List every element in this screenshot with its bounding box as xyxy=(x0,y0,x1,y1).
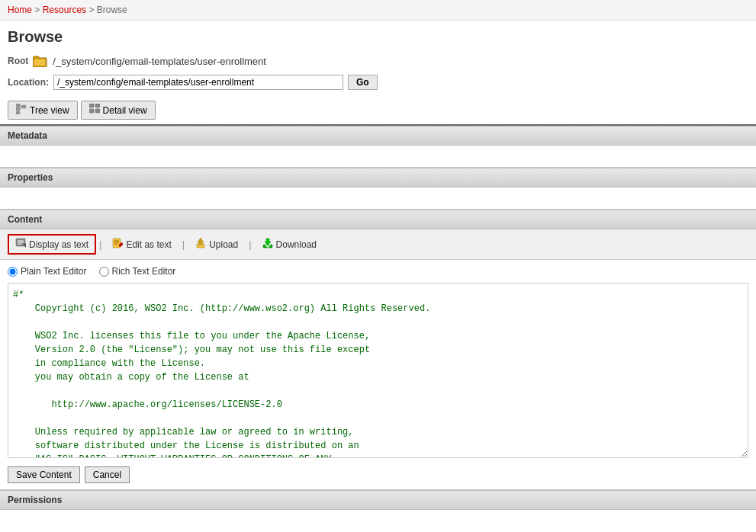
plain-text-radio-label[interactable]: Plain Text Editor xyxy=(8,266,87,277)
sep-3: | xyxy=(246,239,254,250)
folder-icon xyxy=(33,55,48,67)
svg-line-8 xyxy=(20,105,22,107)
properties-body xyxy=(0,187,756,209)
sep-1: | xyxy=(96,239,105,250)
download-icon xyxy=(262,238,273,251)
display-as-text-button[interactable]: Display as text xyxy=(8,234,96,255)
tree-view-label: Tree view xyxy=(30,105,69,116)
content-header: Content xyxy=(0,210,756,229)
upload-icon xyxy=(195,238,206,251)
root-path: /_system/config/email-templates/user-enr… xyxy=(53,56,266,67)
content-toolbar: Display as text | Edit as text | Upload … xyxy=(0,229,756,260)
root-label: Root xyxy=(8,56,28,66)
svg-rect-3 xyxy=(16,104,20,107)
location-input[interactable] xyxy=(53,75,343,90)
go-button[interactable]: Go xyxy=(348,75,378,90)
detail-view-label: Detail view xyxy=(103,105,147,116)
svg-line-7 xyxy=(20,107,22,109)
properties-header: Properties xyxy=(0,168,756,187)
breadcrumb-sep1: > xyxy=(34,5,42,15)
svg-marker-26 xyxy=(265,239,271,245)
rich-text-radio[interactable] xyxy=(99,267,109,277)
upload-label: Upload xyxy=(209,239,238,250)
plain-text-editor-label: Plain Text Editor xyxy=(21,266,87,277)
save-row: Save Content Cancel xyxy=(0,460,756,489)
svg-rect-5 xyxy=(16,111,20,114)
svg-rect-4 xyxy=(16,107,20,111)
permissions-header: Permissions xyxy=(0,490,756,510)
cancel-button[interactable]: Cancel xyxy=(85,466,130,483)
metadata-body xyxy=(0,146,756,167)
plain-text-radio[interactable] xyxy=(8,267,18,277)
svg-rect-2 xyxy=(34,59,46,66)
root-row: Root /_system/config/email-templates/use… xyxy=(0,52,756,72)
svg-rect-11 xyxy=(95,104,100,107)
detail-icon xyxy=(89,104,100,117)
svg-rect-6 xyxy=(22,105,26,108)
breadcrumb-home[interactable]: Home xyxy=(8,5,32,15)
edit-text-icon xyxy=(112,238,123,251)
sep-2: | xyxy=(179,239,188,250)
location-row: Location: Go xyxy=(0,72,756,96)
display-text-icon xyxy=(15,238,26,251)
metadata-header: Metadata xyxy=(0,126,756,146)
detail-view-tab[interactable]: Detail view xyxy=(81,101,156,120)
display-as-text-label: Display as text xyxy=(29,239,88,250)
breadcrumb: Home > Resources > Browse xyxy=(0,0,756,21)
svg-rect-10 xyxy=(89,109,94,113)
rich-text-radio-label[interactable]: Rich Text Editor xyxy=(99,266,176,277)
edit-as-text-label: Edit as text xyxy=(126,239,171,250)
rich-text-editor-label: Rich Text Editor xyxy=(112,266,176,277)
tree-icon xyxy=(16,104,27,117)
save-content-button[interactable]: Save Content xyxy=(8,466,80,483)
editor-type-row: Plain Text Editor Rich Text Editor xyxy=(0,260,756,283)
svg-rect-12 xyxy=(95,109,100,113)
upload-button[interactable]: Upload xyxy=(188,234,246,255)
download-label: Download xyxy=(276,239,317,250)
view-tabs: Tree view Detail view xyxy=(0,96,756,126)
location-label: Location: xyxy=(8,77,49,88)
edit-as-text-button[interactable]: Edit as text xyxy=(105,234,179,255)
breadcrumb-current: Browse xyxy=(97,5,127,15)
svg-rect-9 xyxy=(89,104,94,107)
download-button[interactable]: Download xyxy=(255,234,324,255)
page-title: Browse xyxy=(0,21,756,52)
svg-marker-24 xyxy=(198,238,204,245)
permissions-body xyxy=(0,510,756,525)
tree-view-tab[interactable]: Tree view xyxy=(8,101,78,120)
text-editor[interactable] xyxy=(8,283,748,458)
breadcrumb-resources[interactable]: Resources xyxy=(43,5,86,15)
breadcrumb-sep2: > xyxy=(88,5,96,15)
